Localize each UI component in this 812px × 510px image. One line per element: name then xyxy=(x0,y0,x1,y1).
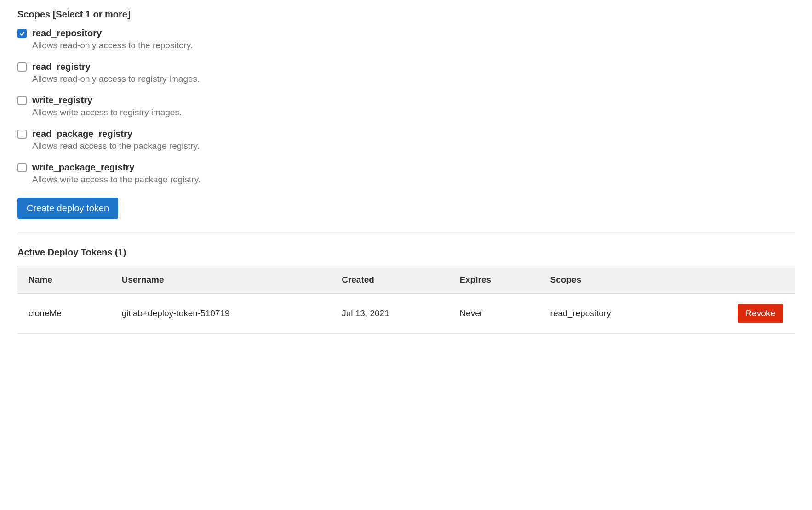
scope-label: read_registry xyxy=(32,62,200,72)
token-created-cell: Jul 13, 2021 xyxy=(331,294,448,334)
scopes-heading: Scopes [Select 1 or more] xyxy=(17,9,795,20)
scope-label: write_registry xyxy=(32,95,182,106)
scope-label: write_package_registry xyxy=(32,162,200,173)
tokens-table: Name Username Created Expires Scopes clo… xyxy=(17,266,795,334)
scope-text: write_package_registry Allows write acce… xyxy=(32,162,200,185)
scope-item: read_repository Allows read-only access … xyxy=(17,28,795,51)
table-header-username: Username xyxy=(111,266,331,294)
scope-item: read_package_registry Allows read access… xyxy=(17,129,795,151)
scope-checkbox-read-package-registry[interactable] xyxy=(17,130,27,139)
scope-description: Allows write access to the package regis… xyxy=(32,175,200,185)
section-divider xyxy=(17,234,795,234)
table-header-scopes: Scopes xyxy=(539,266,679,294)
token-expires-cell: Never xyxy=(448,294,539,334)
scope-description: Allows read-only access to the repositor… xyxy=(32,40,193,51)
scope-checkbox-write-package-registry[interactable] xyxy=(17,163,27,172)
scope-checkbox-read-repository[interactable] xyxy=(17,29,27,38)
scope-text: read_package_registry Allows read access… xyxy=(32,129,200,151)
active-tokens-heading: Active Deploy Tokens (1) xyxy=(17,247,795,258)
token-action-cell: Revoke xyxy=(679,294,795,334)
create-deploy-token-button[interactable]: Create deploy token xyxy=(17,198,118,219)
scope-text: read_registry Allows read-only access to… xyxy=(32,62,200,84)
scope-item: write_package_registry Allows write acce… xyxy=(17,162,795,185)
scope-checkbox-write-registry[interactable] xyxy=(17,96,27,105)
scope-label: read_package_registry xyxy=(32,129,200,139)
table-header-created: Created xyxy=(331,266,448,294)
scope-item: write_registry Allows write access to re… xyxy=(17,95,795,118)
table-header-expires: Expires xyxy=(448,266,539,294)
scope-text: write_registry Allows write access to re… xyxy=(32,95,182,118)
table-row: cloneMe gitlab+deploy-token-510719 Jul 1… xyxy=(17,294,795,334)
table-header-actions xyxy=(679,266,795,294)
scope-checkbox-read-registry[interactable] xyxy=(17,62,27,72)
scope-description: Allows read-only access to registry imag… xyxy=(32,74,200,84)
scope-description: Allows write access to registry images. xyxy=(32,108,182,118)
token-username-cell: gitlab+deploy-token-510719 xyxy=(111,294,331,334)
scope-item: read_registry Allows read-only access to… xyxy=(17,62,795,84)
table-header-name: Name xyxy=(17,266,111,294)
scope-label: read_repository xyxy=(32,28,193,39)
scope-text: read_repository Allows read-only access … xyxy=(32,28,193,51)
scope-description: Allows read access to the package regist… xyxy=(32,141,200,151)
token-scopes-cell: read_repository xyxy=(539,294,679,334)
token-name-cell: cloneMe xyxy=(17,294,111,334)
revoke-button[interactable]: Revoke xyxy=(738,304,783,323)
